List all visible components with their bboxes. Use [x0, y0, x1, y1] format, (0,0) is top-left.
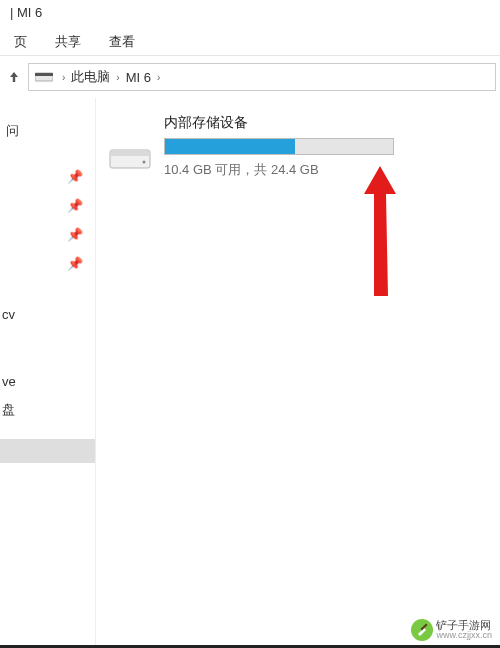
nav-up-button[interactable]	[0, 63, 28, 91]
storage-capacity-bar	[164, 138, 394, 155]
pin-icon[interactable]: 📌	[0, 249, 83, 278]
ribbon-tab-view[interactable]: 查看	[95, 28, 149, 55]
sidebar-spacer	[0, 328, 95, 368]
pin-icon[interactable]: 📌	[0, 191, 83, 220]
ribbon-tabs: 页 共享 查看	[0, 28, 500, 56]
storage-capacity-used	[165, 139, 295, 154]
storage-capacity-text: 10.4 GB 可用，共 24.4 GB	[164, 161, 490, 179]
storage-device-item[interactable]: 内部存储设备 10.4 GB 可用，共 24.4 GB	[106, 114, 490, 180]
content-pane[interactable]: 内部存储设备 10.4 GB 可用，共 24.4 GB	[96, 98, 500, 648]
chevron-right-icon: ›	[113, 72, 122, 83]
storage-device-info: 内部存储设备 10.4 GB 可用，共 24.4 GB	[164, 114, 490, 180]
svg-marker-5	[364, 166, 396, 296]
ribbon-tab-share-label: 共享	[55, 33, 81, 51]
chevron-right-icon: ›	[154, 72, 163, 83]
device-small-icon	[35, 70, 53, 84]
window-title-text: | MI 6	[10, 5, 42, 20]
navigation-bar: › 此电脑 › MI 6 ›	[0, 56, 500, 98]
storage-drive-icon	[106, 132, 154, 180]
shovel-logo-icon	[410, 618, 434, 642]
address-bar[interactable]: › 此电脑 › MI 6 ›	[28, 63, 496, 91]
ribbon-tab-view-label: 查看	[109, 33, 135, 51]
sidebar-item-cv[interactable]: cv	[0, 301, 95, 328]
breadcrumb-device[interactable]: MI 6	[123, 70, 154, 85]
sidebar-pins: 📌 📌 📌 📌	[0, 144, 95, 288]
sidebar-separator	[0, 294, 95, 295]
ribbon-tab-page-label: 页	[14, 33, 27, 51]
sidebar-selected-item[interactable]	[0, 439, 95, 463]
svg-rect-1	[35, 73, 53, 76]
svg-point-4	[143, 161, 146, 164]
red-arrow-annotation	[364, 166, 404, 296]
sidebar-item-disk[interactable]: 盘	[0, 395, 95, 425]
ribbon-tab-page[interactable]: 页	[0, 28, 41, 55]
watermark: 铲子手游网 www.czjjxx.cn	[410, 618, 492, 642]
pin-icon[interactable]: 📌	[0, 162, 83, 191]
chevron-right-icon: ›	[59, 72, 68, 83]
watermark-text: 铲子手游网 www.czjjxx.cn	[436, 619, 492, 641]
sidebar-item-ve[interactable]: ve	[0, 368, 95, 395]
pin-icon[interactable]: 📌	[0, 220, 83, 249]
sidebar-quick-access[interactable]: 问	[0, 118, 95, 144]
storage-device-name: 内部存储设备	[164, 114, 490, 132]
workspace: 问 📌 📌 📌 📌 cv ve 盘 内部存储设备	[0, 98, 500, 648]
watermark-url: www.czjjxx.cn	[436, 631, 492, 641]
breadcrumb-this-pc[interactable]: 此电脑	[68, 68, 113, 86]
svg-rect-3	[110, 150, 150, 156]
window-title-bar: | MI 6	[0, 0, 500, 28]
sidebar: 问 📌 📌 📌 📌 cv ve 盘	[0, 98, 96, 648]
arrow-up-icon	[7, 70, 21, 84]
ribbon-tab-share[interactable]: 共享	[41, 28, 95, 55]
